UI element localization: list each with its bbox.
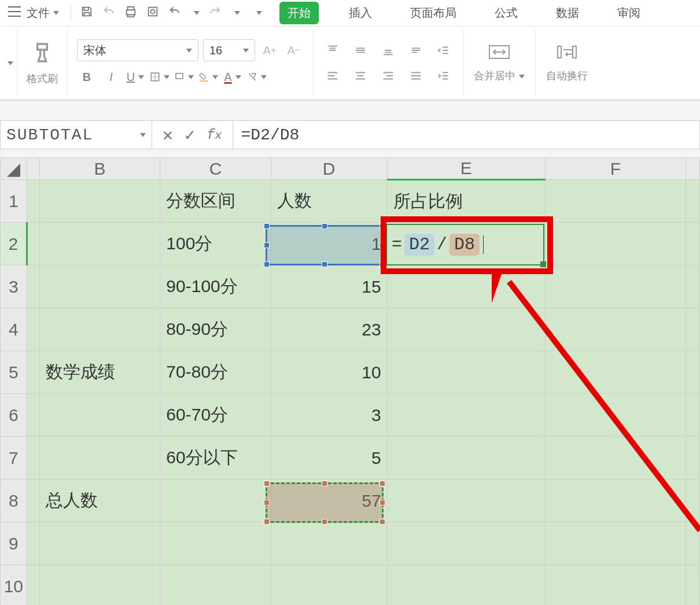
cell-b5[interactable]: 数学成绩 — [39, 351, 160, 394]
row-header-9[interactable]: 9 — [1, 522, 27, 565]
align-right-icon[interactable] — [378, 66, 398, 86]
cell-c7[interactable]: 60分以下 — [160, 437, 271, 479]
align-bottom-icon[interactable] — [378, 40, 398, 60]
row-header-5[interactable]: 5 — [1, 351, 27, 394]
orientation-icon[interactable] — [406, 40, 426, 60]
align-left-icon[interactable] — [323, 66, 342, 86]
formula-input[interactable]: =D2/D8 — [233, 126, 699, 144]
tab-insert[interactable]: 插入 — [341, 2, 380, 24]
chevron-down-icon[interactable] — [234, 11, 240, 15]
font-name-select[interactable]: 宋体 — [77, 39, 198, 61]
col-header-g[interactable] — [686, 158, 700, 180]
cell-c5[interactable]: 70-80分 — [160, 351, 271, 394]
cell-e2[interactable] — [387, 223, 545, 265]
cell-d4[interactable]: 23 — [271, 308, 387, 351]
font-name-value: 宋体 — [83, 43, 106, 58]
separator — [71, 6, 71, 21]
wrap-text-label: 自动换行 — [546, 69, 588, 83]
name-box-value: SUBTOTAL — [6, 126, 93, 144]
svg-point-0 — [150, 9, 154, 13]
italic-button[interactable]: I — [101, 67, 121, 87]
chevron-down-icon — [53, 11, 59, 15]
redo-icon[interactable] — [209, 5, 222, 21]
fill-color-button[interactable] — [198, 67, 218, 87]
col-header-d[interactable]: D — [271, 158, 387, 180]
row-header-3[interactable]: 3 — [1, 265, 27, 308]
row-header-10[interactable]: 10 — [1, 565, 27, 606]
col-header-c[interactable]: C — [160, 158, 271, 180]
ribbon: 格式刷 宋体 16 A+ A− B I U — [0, 27, 700, 101]
row-header-2[interactable]: 2 — [1, 223, 27, 265]
decrease-font-icon[interactable]: A− — [284, 40, 304, 60]
bold-button[interactable]: B — [77, 67, 97, 87]
cell-d5[interactable]: 10 — [271, 351, 387, 394]
select-all-corner[interactable]: ◢ — [1, 158, 27, 180]
undo-icon[interactable] — [168, 5, 181, 21]
row-header-4[interactable]: 4 — [1, 308, 27, 351]
underline-button[interactable]: U — [126, 67, 145, 87]
name-box[interactable]: SUBTOTAL — [1, 121, 152, 149]
fill-cell-button[interactable] — [174, 67, 194, 87]
font-color-button[interactable]: A — [223, 67, 242, 87]
row-header-8[interactable]: 8 — [1, 479, 27, 522]
col-header-f[interactable]: F — [545, 158, 686, 180]
borders-button[interactable] — [150, 67, 170, 87]
clear-format-button[interactable] — [247, 67, 267, 87]
formula-bar: SUBTOTAL ✕ ✓ fx =D2/D8 — [0, 120, 700, 149]
increase-font-icon[interactable]: A+ — [260, 40, 279, 60]
cell-b8[interactable]: 总人数 — [39, 479, 160, 522]
cell-d3[interactable]: 15 — [271, 265, 387, 308]
tab-pagelayout[interactable]: 页面布局 — [402, 2, 465, 24]
quick-access-toolbar — [75, 5, 268, 21]
cell-d8[interactable]: 57 — [271, 479, 387, 522]
merge-center-group[interactable]: 合并居中 — [463, 30, 536, 96]
cell-d2[interactable]: 1 — [271, 223, 387, 265]
font-size-value: 16 — [209, 44, 222, 57]
col-header-b[interactable]: B — [39, 158, 160, 180]
spreadsheet-grid[interactable]: ◢ B C D E F 1 分数区间 人数 所占比例 2 100分 1 3 90… — [0, 157, 700, 605]
accept-formula-icon[interactable]: ✓ — [185, 124, 195, 146]
col-header-e[interactable]: E — [387, 158, 545, 180]
align-center-icon[interactable] — [351, 66, 370, 86]
tab-data[interactable]: 数据 — [548, 2, 587, 24]
row-header-7[interactable]: 7 — [1, 437, 27, 479]
save-icon[interactable] — [80, 5, 93, 21]
cancel-formula-icon[interactable]: ✕ — [163, 124, 173, 146]
wrap-text-group[interactable]: 自动换行 — [536, 30, 598, 96]
file-menu[interactable]: 文件 — [0, 0, 67, 26]
tab-home[interactable]: 开始 — [279, 2, 319, 24]
format-painter-group[interactable]: 格式刷 — [17, 30, 68, 96]
cell-c3[interactable]: 90-100分 — [160, 265, 271, 308]
cell-d6[interactable]: 3 — [271, 394, 387, 437]
undo-last-icon[interactable] — [102, 5, 115, 21]
qat-customize-icon[interactable] — [256, 11, 262, 15]
decrease-indent-icon[interactable] — [434, 40, 454, 60]
paste-dropdown[interactable] — [0, 30, 17, 96]
chevron-down-icon[interactable] — [194, 11, 200, 15]
cell-c2[interactable]: 100分 — [160, 223, 271, 265]
row-header-1[interactable]: 1 — [1, 180, 27, 223]
svg-rect-3 — [200, 80, 208, 82]
tab-review[interactable]: 审阅 — [609, 2, 649, 24]
fx-icon[interactable]: fx — [207, 127, 222, 143]
print-icon[interactable] — [124, 5, 137, 21]
cell-d7[interactable]: 5 — [271, 437, 387, 479]
col-header-a[interactable] — [27, 158, 39, 180]
cell-e1[interactable]: 所占比例 — [387, 180, 545, 223]
font-size-select[interactable]: 16 — [203, 39, 255, 61]
tab-formula[interactable]: 公式 — [487, 2, 526, 24]
cell-c6[interactable]: 60-70分 — [160, 394, 271, 437]
cell-d1[interactable]: 人数 — [271, 180, 387, 223]
cell-c4[interactable]: 80-90分 — [160, 308, 271, 351]
chevron-down-icon — [140, 133, 146, 137]
menu-bar: 文件 开始 插入 页面布局 公式 数据 审阅 — [0, 0, 700, 27]
justify-icon[interactable] — [406, 66, 426, 86]
row-header-6[interactable]: 6 — [1, 394, 27, 437]
align-top-icon[interactable] — [323, 40, 342, 60]
align-group — [314, 30, 463, 96]
align-middle-icon[interactable] — [351, 40, 370, 60]
increase-indent-icon[interactable] — [434, 66, 454, 86]
cell-c1[interactable]: 分数区间 — [160, 180, 271, 223]
file-menu-label: 文件 — [27, 5, 50, 21]
print-preview-icon[interactable] — [146, 5, 159, 21]
